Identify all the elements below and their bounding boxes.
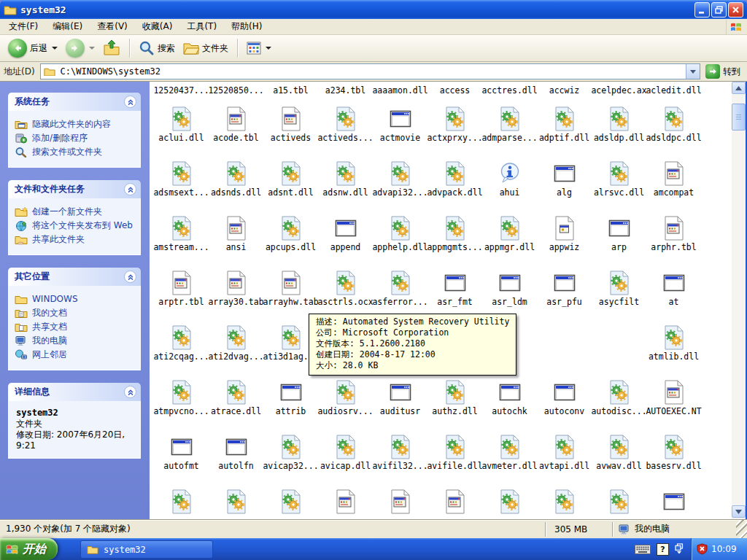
file-item[interactable]: authz.dll [427, 375, 482, 429]
resize-grip[interactable] [736, 520, 747, 538]
file-item[interactable]: alrsvc.dll [592, 156, 646, 211]
panel-header[interactable]: 其它位置 [8, 268, 141, 286]
task-link[interactable]: 搜索文件或文件夹 [15, 147, 137, 158]
file-item[interactable]: autofmt [154, 429, 209, 484]
views-button[interactable] [244, 40, 274, 56]
file-item[interactable]: ati2cqag... [154, 320, 209, 375]
file-item[interactable]: atrace.dll [209, 375, 263, 429]
task-link[interactable]: 添加/删除程序 [15, 133, 137, 144]
file-item[interactable]: 12520437... [154, 82, 209, 101]
address-input[interactable] [59, 64, 686, 79]
file-item[interactable]: arp [592, 211, 646, 265]
collapse-chevron-icon[interactable] [124, 96, 136, 108]
file-item[interactable]: acelpdec.ax [592, 82, 646, 101]
task-link[interactable]: 创建一个新文件夹 [15, 206, 137, 217]
file-item[interactable]: adsnw.dll [318, 156, 373, 211]
file-item[interactable]: amcompat [646, 156, 701, 211]
file-item[interactable]: 12520850... [209, 82, 263, 101]
file-item[interactable]: avtapi.dll [537, 429, 592, 484]
file-item[interactable]: accwiz [537, 82, 592, 101]
file-item[interactable]: auditusr [373, 375, 427, 429]
file-item-empty[interactable] [154, 484, 209, 519]
views-dropdown-icon[interactable] [266, 47, 271, 50]
file-item[interactable]: activeds... [318, 101, 373, 156]
task-link[interactable]: 网上邻居 [15, 349, 137, 360]
file-item[interactable]: avifil32... [373, 429, 427, 484]
file-item[interactable]: audiosrv... [318, 375, 373, 429]
task-link[interactable]: 将这个文件夹发布到 Web [15, 220, 137, 231]
file-item-empty[interactable] [318, 484, 373, 519]
file-item-empty[interactable] [209, 484, 263, 519]
file-item[interactable]: autochk [482, 375, 537, 429]
file-item[interactable]: ahui [482, 156, 537, 211]
menu-item-工[interactable]: 工具(T) [179, 18, 224, 35]
file-item[interactable]: asferror... [373, 265, 427, 320]
file-item[interactable]: AUTOEXEC.NT [646, 375, 701, 429]
task-link[interactable]: 隐藏此文件夹的内容 [15, 119, 137, 130]
restore-button[interactable] [711, 2, 727, 18]
file-item-empty[interactable] [592, 484, 646, 519]
back-button[interactable]: 后退 [5, 37, 61, 59]
address-combo[interactable] [40, 63, 700, 79]
file-item[interactable]: advpack.dll [427, 156, 482, 211]
collapse-chevron-icon[interactable] [124, 386, 136, 398]
go-button[interactable]: 转到 [705, 64, 743, 79]
file-item[interactable]: aclui.dll [154, 101, 209, 156]
taskbar-task-system32[interactable]: system32 [80, 540, 213, 559]
file-item[interactable]: asr_ldm [482, 265, 537, 320]
file-item[interactable]: avmeter.dll [482, 429, 537, 484]
file-item[interactable]: actxprxy... [427, 101, 482, 156]
file-item[interactable]: attrib [263, 375, 318, 429]
file-item[interactable]: adptif.dll [537, 101, 592, 156]
file-item[interactable]: arptr.tbl [154, 265, 209, 320]
panel-header[interactable]: 文件和文件夹任务 [8, 180, 141, 198]
file-item[interactable]: acode.tbl [209, 101, 263, 156]
file-item[interactable]: basesrv.dll [646, 429, 701, 484]
scrollbar-thumb[interactable] [732, 104, 746, 131]
file-item[interactable]: adsldpc.dll [646, 101, 701, 156]
keyboard-icon[interactable] [635, 545, 651, 554]
file-item[interactable]: alg [537, 156, 592, 211]
task-link[interactable]: 共享文档 [15, 322, 137, 332]
file-item[interactable]: acctres.dll [482, 82, 537, 101]
file-item[interactable]: appwiz [537, 211, 592, 265]
task-link[interactable]: 我的电脑 [15, 335, 137, 346]
file-item[interactable]: avicap.dll [318, 429, 373, 484]
menu-item-帮[interactable]: 帮助(H) [224, 18, 269, 35]
panel-header[interactable]: 系统任务 [8, 93, 141, 111]
file-item[interactable]: acledit.dll [646, 82, 701, 101]
task-link[interactable]: 共享此文件夹 [15, 234, 137, 245]
file-item[interactable]: at [646, 265, 701, 320]
file-item[interactable]: admparse... [482, 101, 537, 156]
file-item-empty[interactable] [373, 484, 427, 519]
file-item[interactable]: actmovie [373, 101, 427, 156]
file-item[interactable]: adsldp.dll [592, 101, 646, 156]
file-item-empty[interactable] [427, 484, 482, 519]
file-item[interactable]: ati2dvag... [209, 320, 263, 375]
file-item[interactable]: activeds [263, 101, 318, 156]
titlebar[interactable]: system32 [0, 0, 747, 19]
file-item[interactable]: arphr.tbl [646, 211, 701, 265]
file-item-empty[interactable] [537, 484, 592, 519]
file-item-empty[interactable] [263, 484, 318, 519]
help-icon[interactable]: ? [657, 543, 669, 556]
file-item[interactable]: apcups.dll [263, 211, 318, 265]
file-item[interactable]: avifile.dll [427, 429, 482, 484]
file-item[interactable]: avwav.dll [592, 429, 646, 484]
start-button[interactable]: 开始 [0, 538, 58, 560]
file-item[interactable]: avicap32... [263, 429, 318, 484]
panel-header[interactable]: 详细信息 [8, 383, 141, 401]
file-item[interactable]: arrayhw.tab [263, 265, 318, 320]
file-item[interactable]: asr_pfu [537, 265, 592, 320]
collapse-chevron-icon[interactable] [124, 183, 136, 195]
scroll-down-button[interactable] [732, 505, 746, 518]
file-item[interactable]: asctrls.ocx [318, 265, 373, 320]
file-item[interactable]: adsmsext... [154, 156, 209, 211]
back-dropdown-icon[interactable] [52, 47, 58, 50]
folders-button[interactable]: 文件夹 [180, 39, 231, 57]
file-item[interactable]: adsnds.dll [209, 156, 263, 211]
minimize-button[interactable] [694, 2, 710, 18]
task-link[interactable]: WINDOWS [15, 294, 137, 305]
task-link[interactable]: 我的文档 [15, 308, 137, 319]
menu-item-文[interactable]: 文件(F) [1, 18, 45, 35]
